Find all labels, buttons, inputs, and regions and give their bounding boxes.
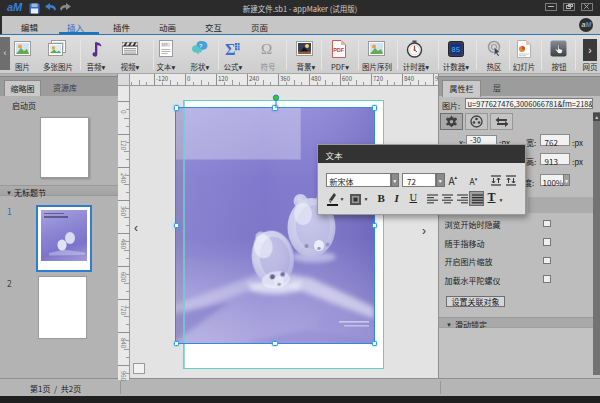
svg-text:Ω: Ω [261,41,272,57]
svg-text:85: 85 [451,46,461,54]
svg-text:DIY: DIY [162,43,169,47]
svg-text:Σ: Σ [225,41,235,58]
svg-text:PDF: PDF [333,47,345,53]
